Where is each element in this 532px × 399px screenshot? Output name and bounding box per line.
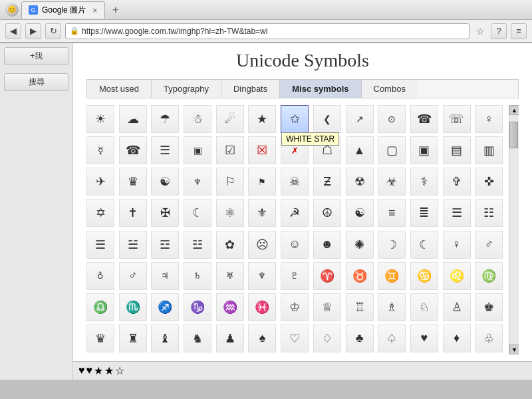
tab-combos[interactable]: Combos [362, 80, 418, 98]
symbol-cell[interactable]: ✺ [346, 231, 374, 259]
symbol-cell[interactable]: ♕ [313, 293, 341, 321]
symbol-cell[interactable]: ♊ [378, 262, 406, 290]
tab-dingbats[interactable]: Dingbats [221, 80, 280, 98]
symbol-cell[interactable]: ♈ [313, 262, 341, 290]
symbol-cell[interactable]: ☾ [184, 199, 211, 227]
symbol-cell[interactable]: ✞ [443, 168, 471, 196]
symbol-cell[interactable]: ☄ [216, 105, 244, 133]
symbol-cell[interactable]: ★ [248, 105, 276, 133]
symbol-cell[interactable]: ☺ [281, 231, 309, 259]
symbol-cell[interactable]: ♥ [410, 325, 438, 352]
symbol-cell[interactable]: ✠ [151, 199, 179, 227]
symbol-cell[interactable]: ☽ [378, 231, 406, 259]
symbol-cell[interactable]: ☹ [248, 231, 276, 259]
symbol-cell[interactable]: ♏ [119, 293, 147, 321]
symbol-cell[interactable]: ⚛ [216, 199, 244, 227]
symbol-cell[interactable]: ☢ [346, 168, 374, 196]
symbol-cell[interactable]: ☁ [119, 105, 147, 133]
symbol-cell[interactable]: ⊙ [378, 105, 406, 133]
symbol-cell[interactable]: ♣ [346, 325, 374, 352]
symbol-cell[interactable]: ⚜ [248, 199, 276, 227]
symbol-cell[interactable]: ☰ [151, 136, 179, 164]
symbol-cell[interactable]: ♅ [216, 262, 244, 290]
symbol-cell[interactable]: ♂ [119, 262, 147, 290]
symbol-cell[interactable]: ✈ [86, 168, 114, 196]
scroll-down-arrow[interactable]: ▼ [509, 344, 519, 354]
symbol-cell[interactable]: ♞ [184, 325, 211, 352]
symbol-cell[interactable]: ▢ [378, 136, 406, 164]
symbol-cell[interactable]: ✝ [119, 199, 147, 227]
tab-most-used[interactable]: Most used [87, 80, 152, 98]
symbol-cell[interactable]: ☰ [86, 231, 114, 259]
symbol-cell[interactable]: ☏ [443, 105, 471, 133]
symbol-cell[interactable]: ♤ [378, 325, 406, 352]
symbol-cell[interactable]: ☳ [184, 231, 211, 259]
symbol-cell[interactable]: ☯ [346, 199, 374, 227]
symbol-cell[interactable]: ♆ [184, 168, 211, 196]
forward-button[interactable]: ▶ [25, 23, 41, 39]
address-bar[interactable]: 🔒 https://www.google.com.tw/imghp?hl=zh-… [65, 23, 469, 39]
symbol-cell[interactable]: ♛ [86, 325, 114, 352]
symbol-cell[interactable]: Ƶ [313, 168, 341, 196]
symbol-cell[interactable]: ≣ [410, 199, 438, 227]
symbol-cell[interactable]: ✡ [86, 199, 114, 227]
symbol-cell[interactable]: ☣ [378, 168, 406, 196]
tab-close-icon[interactable]: × [92, 5, 98, 15]
symbol-cell[interactable]: ☮ [313, 199, 341, 227]
symbol-cell[interactable]: ♑ [184, 293, 211, 321]
symbol-cell[interactable]: ▣ [410, 136, 438, 164]
symbol-cell[interactable]: ♂ [475, 231, 503, 259]
symbol-cell[interactable]: ♗ [378, 293, 406, 321]
symbol-cell[interactable]: ☲ [151, 231, 179, 259]
symbol-cell[interactable]: ▲ [346, 136, 374, 164]
symbol-cell[interactable]: ♙ [443, 293, 471, 321]
symbol-cell[interactable]: ☖ [313, 136, 341, 164]
symbol-cell[interactable]: ♎ [86, 293, 114, 321]
symbol-cell[interactable]: ♢ [313, 325, 341, 352]
refresh-button[interactable]: ↻ [45, 23, 61, 39]
symbol-cell[interactable]: ☠ [281, 168, 309, 196]
symbol-cell[interactable]: ♛ [119, 168, 147, 196]
menu-button[interactable]: ≡ [511, 23, 527, 39]
symbol-cell[interactable]: ☻ [313, 231, 341, 259]
symbol-cell[interactable]: ☂ [151, 105, 179, 133]
symbol-cell[interactable]: ⚐ [216, 168, 244, 196]
symbol-cell[interactable]: ✜ [475, 168, 503, 196]
symbol-cell[interactable]: ♟ [216, 325, 244, 352]
symbol-cell[interactable]: ♦ [443, 325, 471, 352]
sidebar-btn-1[interactable]: +我 [4, 47, 68, 65]
symbol-cell[interactable]: ☷ [475, 199, 503, 227]
symbol-cell[interactable]: ☃ [184, 105, 211, 133]
symbol-cell[interactable]: ♡ [281, 325, 309, 352]
sidebar-btn-2[interactable]: 搜尋 [4, 73, 68, 91]
symbol-cell[interactable]: ☎ [410, 105, 438, 133]
symbol-cell[interactable]: ❮ [313, 105, 341, 133]
scroll-up-arrow[interactable]: ▲ [509, 105, 519, 115]
symbol-cell[interactable]: ♉ [346, 262, 374, 290]
symbol-cell[interactable]: ♍ [475, 262, 503, 290]
symbol-cell[interactable]: ☭ [281, 199, 309, 227]
symbol-cell[interactable]: ⚑ [248, 168, 276, 196]
symbol-cell[interactable]: ↗ [346, 105, 374, 133]
symbol-cell[interactable]: ♌ [443, 262, 471, 290]
symbol-cell[interactable]: ♚ [475, 293, 503, 321]
symbol-cell[interactable]: ♀ [475, 105, 503, 133]
symbol-cell[interactable]: ☒ [248, 136, 276, 164]
symbol-cell[interactable]: ☑ [216, 136, 244, 164]
symbol-cell[interactable]: ♄ [184, 262, 211, 290]
symbol-cell[interactable]: ▥ [475, 136, 503, 164]
bookmark-star-icon[interactable]: ☆ [473, 25, 487, 38]
symbol-cell[interactable]: ♧ [475, 325, 503, 352]
symbol-cell-white-star[interactable]: ✩ WHITE STAR [281, 105, 309, 133]
symbol-cell[interactable]: ♜ [119, 325, 147, 352]
symbol-cell[interactable]: ♓ [248, 293, 276, 321]
symbol-cell[interactable]: ☱ [119, 231, 147, 259]
new-tab-button[interactable]: + [108, 2, 124, 18]
symbol-cell[interactable]: ☿ [86, 136, 114, 164]
symbol-cell[interactable]: ♋ [410, 262, 438, 290]
symbol-cell[interactable]: ☯ [151, 168, 179, 196]
tab-misc-symbols[interactable]: Misc symbols [280, 80, 361, 98]
symbol-cell[interactable]: ☎ [119, 136, 147, 164]
symbol-cell[interactable]: ♀ [443, 231, 471, 259]
symbol-cell[interactable]: ♁ [86, 262, 114, 290]
